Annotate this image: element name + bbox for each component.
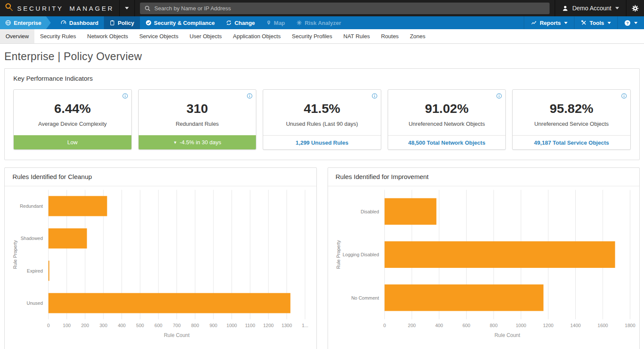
gear-icon bbox=[632, 5, 639, 12]
nav-label: Policy bbox=[118, 20, 134, 26]
x-tick-label: 1300 bbox=[282, 323, 292, 328]
search-input[interactable] bbox=[155, 5, 545, 12]
x-tick-label: 700 bbox=[173, 323, 181, 328]
chevron-down-icon bbox=[608, 22, 611, 24]
x-tick-label: 0 bbox=[383, 323, 386, 328]
nav-label: Tools bbox=[589, 20, 604, 26]
kpi-heading: Key Performance Indicators bbox=[13, 75, 631, 82]
category-label: No Comment bbox=[351, 295, 379, 300]
category-label: Logging Disabled bbox=[342, 252, 379, 257]
gauge-icon bbox=[61, 20, 67, 26]
account-menu[interactable]: Demo Account bbox=[555, 0, 626, 16]
info-icon[interactable] bbox=[122, 93, 128, 100]
map-pin-icon bbox=[266, 20, 271, 26]
kpi-value: 6.44% bbox=[14, 101, 131, 116]
x-tick-label: 600 bbox=[155, 323, 162, 328]
x-tick-label: 500 bbox=[136, 323, 144, 328]
x-tick-label: 1... bbox=[302, 323, 308, 328]
status-badge: Low bbox=[14, 135, 131, 149]
tab-nat-rules[interactable]: NAT Rules bbox=[338, 29, 376, 43]
tab-overview[interactable]: Overview bbox=[0, 29, 34, 43]
category-label: Expired bbox=[27, 268, 43, 273]
x-tick-label: 900 bbox=[210, 323, 217, 328]
kpi-panel: Key Performance Indicators 6.44% Average… bbox=[4, 68, 640, 160]
service-objects-link[interactable]: 49,187 Total Service Objects bbox=[513, 135, 630, 149]
x-tick-label: 300 bbox=[100, 323, 107, 328]
cleanup-bar-chart: 0100200300400500600700800900100011001200… bbox=[5, 186, 316, 349]
x-tick-label: 0 bbox=[47, 323, 50, 328]
nav-item-help[interactable]: ? bbox=[617, 16, 644, 29]
x-tick-label: 200 bbox=[81, 323, 89, 328]
nav-item-risk-analyzer: Risk Analyzer bbox=[291, 16, 347, 29]
nav-item-tools[interactable]: Tools bbox=[574, 16, 617, 29]
category-label: Redundant bbox=[20, 203, 43, 209]
kpi-label: Redundant Rules bbox=[139, 121, 256, 127]
x-axis-label: Rule Count bbox=[164, 332, 190, 338]
info-icon[interactable] bbox=[247, 93, 252, 100]
main-nav: Enterprise Dashboard Policy Security & C… bbox=[0, 16, 644, 29]
bar-disabled[interactable] bbox=[384, 198, 436, 225]
settings-button[interactable] bbox=[626, 0, 644, 16]
tab-routes[interactable]: Routes bbox=[375, 29, 404, 43]
refresh-icon bbox=[226, 20, 232, 26]
nav-item-enterprise[interactable]: Enterprise bbox=[0, 16, 51, 29]
nav-item-dashboard[interactable]: Dashboard bbox=[55, 16, 104, 29]
kpi-value: 95.82% bbox=[513, 101, 630, 116]
tab-application-objects[interactable]: Application Objects bbox=[228, 29, 286, 43]
tab-security-profiles[interactable]: Security Profiles bbox=[286, 29, 338, 43]
global-search bbox=[140, 3, 550, 14]
x-tick-label: 1100 bbox=[245, 323, 255, 328]
kpi-card-redundant-rules: 310 Redundant Rules ▼-4.5% in 30 days bbox=[138, 89, 257, 150]
app-menu-dropdown[interactable] bbox=[119, 0, 135, 16]
tab-security-rules[interactable]: Security Rules bbox=[34, 29, 82, 43]
tab-service-objects[interactable]: Service Objects bbox=[134, 29, 184, 43]
info-icon[interactable] bbox=[621, 93, 627, 100]
x-tick-label: 400 bbox=[118, 323, 125, 328]
x-tick-label: 1600 bbox=[597, 323, 608, 328]
kpi-label: Unreferenced Network Objects bbox=[388, 121, 506, 127]
magnifier-logo-icon bbox=[4, 3, 14, 14]
improvement-bar-chart: 020040060080010001200140016001800Disable… bbox=[328, 186, 640, 349]
policy-subnav: Overview Security Rules Network Objects … bbox=[0, 29, 644, 44]
kpi-card-device-complexity: 6.44% Average Device Complexity Low bbox=[13, 89, 132, 150]
kpi-label: Average Device Complexity bbox=[14, 121, 131, 127]
nav-item-map: Map bbox=[261, 16, 291, 29]
trend-badge: ▼-4.5% in 30 days bbox=[139, 135, 256, 149]
info-icon[interactable] bbox=[372, 93, 377, 100]
nav-label: Map bbox=[274, 20, 285, 26]
app-logo: SECURITY MANAGER bbox=[0, 0, 114, 16]
tab-user-objects[interactable]: User Objects bbox=[184, 29, 227, 43]
nav-item-security-compliance[interactable]: Security & Compliance bbox=[140, 16, 221, 29]
chart-title: Rules Identified for Cleanup bbox=[5, 168, 316, 186]
kpi-card-unused-rules: 41.5% Unused Rules (Last 90 days) 1,299 … bbox=[263, 89, 381, 150]
tab-zones[interactable]: Zones bbox=[404, 29, 431, 43]
bar-redundant[interactable] bbox=[49, 196, 107, 216]
info-icon[interactable] bbox=[496, 93, 502, 100]
help-icon: ? bbox=[624, 20, 631, 26]
cleanup-chart-panel: Rules Identified for Cleanup 01002003004… bbox=[4, 167, 317, 349]
account-name: Demo Account bbox=[572, 5, 611, 12]
chart-title: Rules Identified for Improvement bbox=[328, 168, 640, 186]
tab-network-objects[interactable]: Network Objects bbox=[82, 29, 134, 43]
network-objects-link[interactable]: 48,500 Total Network Objects bbox=[388, 135, 506, 149]
bar-shadowed[interactable] bbox=[49, 228, 87, 249]
bar-expired[interactable] bbox=[49, 261, 49, 281]
bar-no-comment[interactable] bbox=[384, 285, 543, 311]
svg-text:?: ? bbox=[626, 21, 629, 25]
x-tick-label: 1200 bbox=[543, 323, 553, 328]
top-bar: SECURITY MANAGER Demo Account bbox=[0, 0, 644, 16]
chevron-down-icon bbox=[634, 22, 638, 24]
x-axis-label: Rule Count bbox=[494, 332, 520, 338]
bar-unused[interactable] bbox=[49, 293, 291, 313]
y-axis-label: Rule Property bbox=[12, 240, 18, 269]
x-tick-label: 800 bbox=[191, 323, 199, 328]
unused-rules-link[interactable]: 1,299 Unused Rules bbox=[263, 135, 381, 149]
nav-item-reports[interactable]: Reports bbox=[524, 16, 574, 29]
bar-logging-disabled[interactable] bbox=[384, 241, 615, 268]
nav-label: Dashboard bbox=[69, 20, 98, 26]
kpi-card-unreferenced-network-objects: 91.02% Unreferenced Network Objects 48,5… bbox=[388, 89, 506, 150]
nav-item-policy[interactable]: Policy bbox=[104, 16, 140, 29]
improvement-chart-panel: Rules Identified for Improvement 0200400… bbox=[328, 167, 640, 349]
nav-item-change[interactable]: Change bbox=[220, 16, 261, 29]
nav-label: Security & Compliance bbox=[154, 20, 215, 26]
